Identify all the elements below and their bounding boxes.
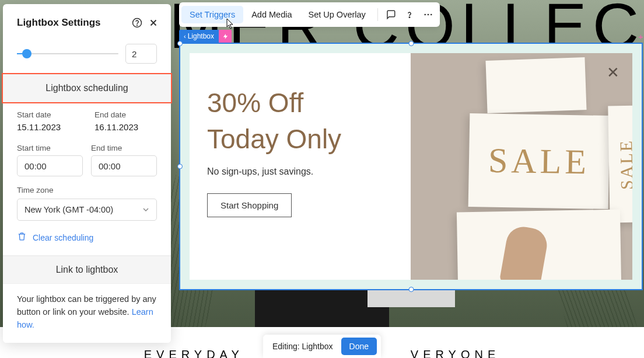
sale-box: SALE <box>468 113 610 209</box>
timezone-row: Time zone New York (GMT -04:00) <box>3 176 171 221</box>
resize-handle[interactable] <box>408 41 414 46</box>
svg-point-5 <box>430 14 432 16</box>
lightbox-popup: 30% Off Today Only No sign-ups, just sav… <box>190 53 632 280</box>
comment-icon[interactable] <box>382 5 400 24</box>
resize-handle[interactable] <box>177 164 183 169</box>
delay-slider[interactable] <box>17 48 118 60</box>
hero-subhead-right: VERYONE <box>411 348 500 358</box>
element-toolbar: Set Triggers Add Media Set Up Overlay <box>179 2 440 27</box>
sale-box <box>485 57 586 113</box>
start-date-label: Start date <box>17 110 79 119</box>
popup-image[interactable]: ✕ SALE SALE <box>411 53 632 280</box>
svg-point-1 <box>137 25 138 26</box>
trash-icon[interactable] <box>17 231 27 244</box>
help-icon[interactable] <box>400 5 419 24</box>
scheduling-section-header[interactable]: Lightbox scheduling <box>3 74 171 102</box>
end-time-input[interactable]: 00:00 <box>91 155 157 176</box>
popup-left-column: 30% Off Today Only No sign-ups, just sav… <box>190 53 411 280</box>
timezone-value: New York (GMT -04:00) <box>24 205 113 214</box>
selection-tag-label: Lightbox <box>188 32 214 40</box>
end-time-label: End time <box>91 144 157 152</box>
add-element-indicator[interactable]: + <box>638 32 643 41</box>
lightbox-selection-wrapper: ‹ Lightbox 30% Off Today Only No sign-up… <box>179 30 644 43</box>
end-date-label: End date <box>94 110 157 119</box>
time-row: Start time 00:00 End time 00:00 <box>3 132 171 176</box>
end-date-value[interactable]: 16.11.2023 <box>94 122 157 132</box>
interaction-bolt-icon[interactable] <box>219 30 232 43</box>
chevron-down-icon <box>142 206 149 213</box>
selection-tag[interactable]: ‹ Lightbox <box>179 30 219 43</box>
delay-slider-row: 2 <box>3 41 171 74</box>
start-shopping-button[interactable]: Start Shopping <box>207 193 292 217</box>
help-icon[interactable] <box>129 15 145 31</box>
popup-close-icon[interactable]: ✕ <box>607 64 620 82</box>
popup-subtext[interactable]: No sign-ups, just savings. <box>207 166 391 177</box>
tab-set-triggers[interactable]: Set Triggers <box>181 6 243 23</box>
close-icon[interactable] <box>145 15 162 31</box>
panel-title: Lightbox Settings <box>17 17 129 29</box>
clear-scheduling-row: Clear scheduling <box>3 221 171 255</box>
sale-box: SALE <box>608 105 632 223</box>
toolbar-divider <box>377 8 378 21</box>
date-row: Start date 15.11.2023 End date 16.11.202… <box>3 102 171 132</box>
svg-point-2 <box>409 17 410 18</box>
clear-scheduling-link[interactable]: Clear scheduling <box>33 233 93 242</box>
tab-set-up-overlay[interactable]: Set Up Overlay <box>300 6 374 23</box>
svg-point-4 <box>427 14 429 16</box>
more-icon[interactable] <box>419 5 438 24</box>
editing-status-bar: Editing: Lightbox Done <box>263 335 381 358</box>
tab-add-media[interactable]: Add Media <box>243 6 300 23</box>
panel-header: Lightbox Settings <box>3 4 171 41</box>
done-button[interactable]: Done <box>341 338 377 355</box>
hero-subhead-left: EVERYDAY <box>144 348 244 358</box>
lightbox-settings-panel: Lightbox Settings 2 Lightbox scheduling … <box>3 4 171 343</box>
sale-text: SALE <box>616 138 632 190</box>
start-date-value[interactable]: 15.11.2023 <box>17 122 79 132</box>
slider-thumb[interactable] <box>22 49 32 58</box>
link-section-body: Your lightbox can be triggered by any bu… <box>3 284 171 343</box>
popup-headline[interactable]: 30% Off Today Only <box>207 85 391 157</box>
editing-label: Editing: Lightbox <box>272 342 333 351</box>
resize-handle[interactable] <box>408 287 414 292</box>
resize-handle[interactable] <box>177 41 183 46</box>
popup-headline-line1: 30% Off <box>207 85 391 121</box>
link-description: Your lightbox can be triggered by any bu… <box>17 293 157 331</box>
delay-value-input[interactable]: 2 <box>125 44 157 64</box>
start-time-label: Start time <box>17 144 83 152</box>
lightbox-selection-frame[interactable]: 30% Off Today Only No sign-ups, just sav… <box>179 43 643 290</box>
start-time-input[interactable]: 00:00 <box>17 155 83 176</box>
chevron-left-icon: ‹ <box>184 33 186 40</box>
svg-point-3 <box>424 14 426 16</box>
sale-text: SALE <box>488 140 590 182</box>
link-section-header[interactable]: Link to lightbox <box>3 256 171 284</box>
popup-headline-line2: Today Only <box>207 121 391 157</box>
timezone-label: Time zone <box>17 186 157 194</box>
timezone-select[interactable]: New York (GMT -04:00) <box>17 199 157 221</box>
